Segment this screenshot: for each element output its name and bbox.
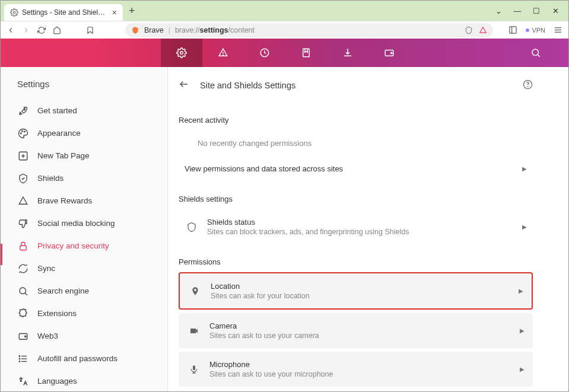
shields-status-title: Shields status	[207, 218, 522, 227]
permission-title: Microphone	[209, 360, 520, 369]
settings-content: Site and Shields Settings Recent activit…	[168, 67, 568, 392]
sidebar-item-get-started[interactable]: Get started	[17, 100, 151, 122]
chevron-right-icon: ▶	[520, 327, 525, 334]
sidebar-item-label: Privacy and security	[37, 241, 109, 251]
shields-status-row[interactable]: Shields status Sites can block trackers,…	[179, 209, 533, 244]
wallet-icon	[17, 331, 29, 342]
nav-warning[interactable]	[202, 39, 244, 67]
nav-bookmarks[interactable]	[285, 39, 327, 67]
sidebar-item-social-media-blocking[interactable]: Social media blocking	[17, 212, 151, 235]
sidebar-toggle-icon[interactable]	[508, 26, 517, 34]
sidebar-item-appearance[interactable]: Appearance	[17, 122, 151, 145]
close-tab-icon[interactable]: ×	[112, 8, 117, 17]
browser-tab[interactable]: Settings - Site and Shields Settin ×	[4, 4, 123, 21]
settings-top-nav	[1, 39, 568, 67]
svg-point-12	[391, 52, 392, 53]
home-icon[interactable]	[53, 26, 61, 34]
svg-rect-10	[303, 49, 310, 57]
nav-history[interactable]	[244, 39, 285, 67]
help-icon[interactable]	[523, 79, 533, 92]
maximize-icon[interactable]: ☐	[530, 7, 542, 15]
sidebar-item-label: Sync	[37, 264, 55, 273]
sidebar-item-web3[interactable]: Web3	[17, 325, 151, 348]
permission-desc: Sites can ask to use your microphone	[209, 370, 520, 378]
window-titlebar: Settings - Site and Shields Settin × + ⌄…	[1, 1, 568, 21]
svg-line-24	[25, 293, 27, 295]
permissions-heading: Permissions	[179, 257, 533, 266]
sidebar-item-label: Shields	[37, 174, 63, 183]
svg-point-23	[20, 288, 26, 294]
svg-point-0	[13, 11, 15, 14]
page-title: Site and Shields Settings	[200, 81, 512, 90]
sidebar-item-label: Web3	[37, 332, 58, 341]
sidebar-item-privacy-and-security[interactable]: Privacy and security	[17, 235, 151, 257]
hamburger-menu-icon[interactable]	[554, 26, 562, 34]
triangle-icon	[17, 196, 29, 206]
sidebar-item-label: Autofill and passwords	[37, 354, 117, 364]
view-permissions-label: View permissions and data stored across …	[185, 164, 522, 173]
shield-badge-icon[interactable]	[465, 26, 473, 34]
sidebar-item-search-engine[interactable]: Search engine	[17, 280, 151, 302]
close-window-icon[interactable]: ✕	[549, 7, 561, 15]
svg-point-15	[24, 109, 25, 110]
thumbs-down-icon	[17, 218, 29, 229]
svg-point-35	[527, 86, 528, 87]
svg-point-26	[25, 336, 26, 337]
permission-row-camera[interactable]: CameraSites can ask to use your camera▶	[179, 313, 533, 348]
permission-row-microphone[interactable]: MicrophoneSites can ask to use your micr…	[179, 352, 533, 387]
permission-title: Location	[211, 282, 519, 291]
shield-icon	[185, 222, 199, 232]
bookmark-icon[interactable]	[86, 26, 94, 34]
vpn-indicator[interactable]: VPN	[526, 27, 545, 34]
new-tab-button[interactable]: +	[129, 5, 135, 17]
nav-settings[interactable]	[161, 39, 202, 67]
url-bar[interactable]: Brave | brave://settings/content	[125, 23, 493, 37]
recent-activity-heading: Recent activity	[179, 116, 533, 125]
nav-downloads[interactable]	[327, 39, 368, 67]
sidebar-item-brave-rewards[interactable]: Brave Rewards	[17, 190, 151, 212]
search-icon	[17, 286, 29, 297]
settings-sidebar: Settings Get startedAppearanceNew Tab Pa…	[1, 67, 168, 392]
chevron-right-icon: ▶	[519, 288, 523, 294]
sidebar-item-label: Get started	[37, 106, 77, 116]
recent-empty-message: No recently changed permissions	[179, 130, 533, 156]
minimize-icon[interactable]: —	[511, 7, 523, 15]
translate-icon	[17, 376, 29, 387]
sidebar-item-autofill-and-passwords[interactable]: Autofill and passwords	[17, 348, 151, 370]
back-arrow-icon[interactable]	[179, 79, 189, 92]
reload-icon[interactable]	[37, 26, 46, 34]
url-separator: |	[169, 26, 170, 34]
nav-wallet[interactable]	[368, 39, 410, 67]
dropdown-icon[interactable]: ⌄	[492, 7, 504, 15]
svg-rect-1	[510, 27, 516, 33]
sidebar-heading: Settings	[17, 79, 151, 89]
rewards-badge-icon[interactable]	[479, 26, 487, 34]
sidebar-item-shields[interactable]: Shields	[17, 167, 151, 190]
svg-rect-22	[20, 246, 27, 250]
browser-toolbar: Brave | brave://settings/content VPN	[1, 21, 568, 39]
puzzle-icon	[17, 308, 29, 319]
gear-icon	[10, 8, 18, 17]
forward-nav-icon[interactable]	[22, 26, 30, 34]
mic-icon	[187, 365, 201, 374]
sidebar-item-label: Search engine	[37, 286, 89, 296]
permission-desc: Sites can ask to use your camera	[209, 332, 520, 340]
chevron-right-icon: ▶	[522, 224, 527, 230]
view-permissions-row[interactable]: View permissions and data stored across …	[179, 156, 533, 181]
sidebar-item-new-tab-page[interactable]: New Tab Page	[17, 145, 151, 167]
sidebar-item-label: Brave Rewards	[37, 196, 92, 206]
sidebar-item-sync[interactable]: Sync	[17, 257, 151, 280]
permission-title: Camera	[209, 321, 520, 330]
sidebar-item-extensions[interactable]: Extensions	[17, 302, 151, 325]
back-nav-icon[interactable]	[7, 26, 15, 34]
nav-search[interactable]	[515, 39, 557, 67]
sidebar-item-languages[interactable]: Languages	[17, 370, 151, 392]
chevron-right-icon: ▶	[520, 366, 525, 372]
sidebar-item-label: Social media blocking	[37, 219, 115, 228]
lock-icon	[17, 241, 29, 251]
camera-icon	[187, 326, 201, 336]
sidebar-item-label: New Tab Page	[37, 151, 90, 161]
permission-row-location[interactable]: LocationSites can ask for your location▶	[179, 272, 533, 310]
sync-icon	[17, 263, 29, 274]
rocket-icon	[17, 106, 29, 116]
